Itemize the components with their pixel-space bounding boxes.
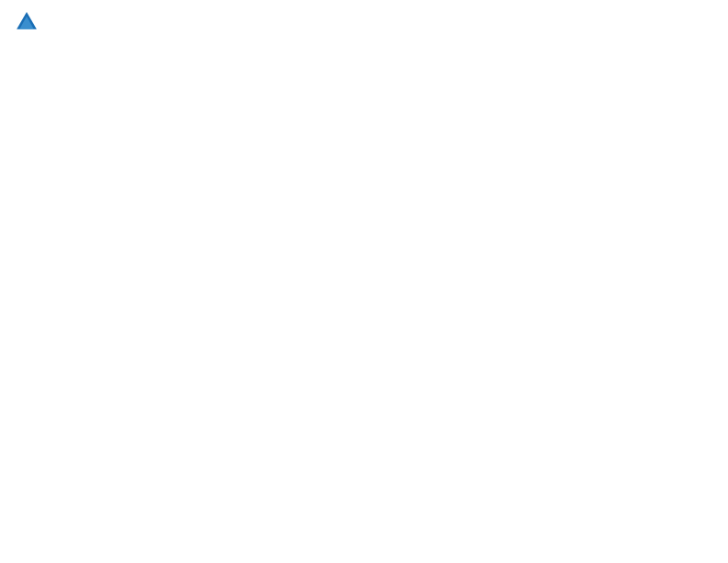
calendar-page <box>0 0 728 58</box>
logo-icon <box>14 9 40 35</box>
logo <box>14 9 43 35</box>
page-header <box>14 9 714 35</box>
